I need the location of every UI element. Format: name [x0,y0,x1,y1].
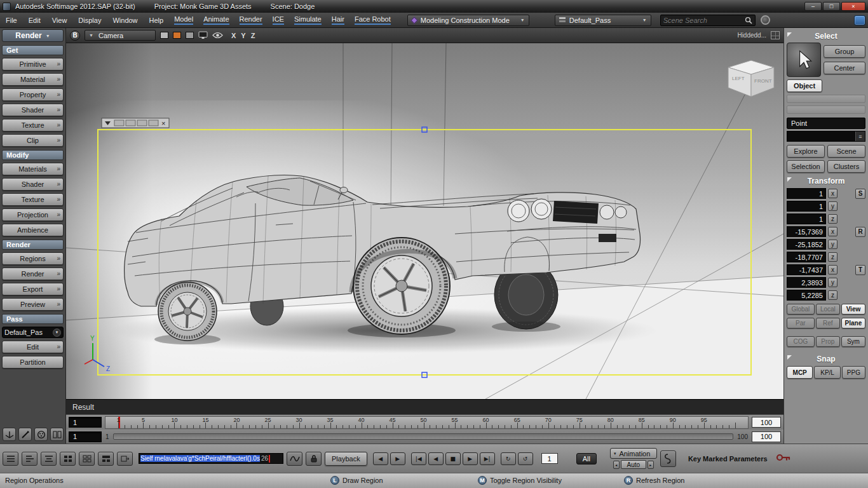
scene-button[interactable]: Scene [827,145,865,158]
rotate-mode-button[interactable]: R [855,227,865,237]
menu-display[interactable]: Display [72,13,107,27]
view-space-button[interactable]: View [841,304,865,315]
partition-button[interactable]: Partition [2,356,64,369]
viewport-3d-canvas[interactable]: × LEFT FRONT Y Z [66,43,783,399]
modify-texture-button[interactable]: Texture» [2,193,64,206]
scale-x-axis-button[interactable]: x [828,189,837,198]
selection-button[interactable]: Selection [787,160,825,173]
par-ref-button[interactable]: Par [787,318,815,329]
range-slider[interactable] [113,433,734,440]
export-frame-icon[interactable] [117,452,133,466]
modify-materials-button[interactable]: Materials» [2,163,64,175]
repeat-button[interactable]: ↺ [518,452,533,465]
region-option-2[interactable] [126,120,135,126]
layout-switcher-icon[interactable] [854,15,865,25]
range-frame-field[interactable]: 1 [69,431,102,442]
scene-search-input[interactable] [663,17,745,24]
render-button[interactable]: Render» [2,268,64,280]
grid-view-icon[interactable] [60,452,76,466]
projection-button[interactable]: Projection» [2,208,64,221]
highlight-color-swatch[interactable] [173,32,181,39]
scale-x-field[interactable]: 1 [787,188,826,199]
clusters-button[interactable]: Clusters [827,160,865,173]
center-button[interactable]: Center [824,62,865,74]
current-frame-field[interactable]: 1 [69,417,102,428]
auto-right-icon[interactable]: ▸ [648,461,654,469]
rotate-x-axis-button[interactable]: x [828,227,837,236]
dopesheet-icon[interactable] [41,452,57,466]
region-mini-toolbar[interactable]: × [102,118,169,128]
filter-icon[interactable]: ≡ [855,132,865,141]
preview-button[interactable]: Preview» [2,298,64,311]
scale-y-field[interactable]: 1 [787,201,826,212]
tab-mcp[interactable]: MCP [787,366,813,379]
rotate-y-field[interactable]: -25,1852 [787,239,826,250]
fcurve-icon[interactable] [287,452,302,466]
spring-icon[interactable] [660,451,676,467]
clip-button[interactable]: Clip» [2,134,64,147]
translate-mode-button[interactable]: T [855,265,865,275]
texture-button[interactable]: Texture» [2,119,64,132]
pencil-icon[interactable] [18,428,32,441]
region-option-4[interactable] [149,120,158,126]
playback-menu-button[interactable]: Playback [325,452,367,466]
play-backwards-button[interactable]: ◀ [428,452,444,465]
stop-button[interactable]: ■ [445,452,461,465]
scale-y-axis-button[interactable]: y [828,201,837,211]
tab-kpl[interactable]: KP/L [814,366,840,379]
script-edit-field[interactable]: Sielf rnelavalava'g*SchPeiral/hfflacterl… [139,453,283,464]
translate-z-field[interactable]: 5,2285 [787,290,826,301]
previous-frame-button[interactable]: ◀ [373,452,388,465]
shaded-color-swatch[interactable] [186,32,194,39]
sym-button[interactable]: Sym [841,336,865,347]
timeline-ruler[interactable]: 15101520253035404550556065707580859095 [105,416,749,429]
play-button[interactable]: ▶ [463,452,478,465]
menu-animate[interactable]: Animate [198,13,234,27]
point-filter-bar[interactable]: Point [787,118,865,129]
region-option-3[interactable] [137,120,147,126]
ref-button[interactable]: Ref [816,318,840,329]
display-icon[interactable] [198,31,208,39]
edit-button[interactable]: Edit» [2,341,64,353]
translate-y-axis-button[interactable]: y [828,278,837,287]
regions-button[interactable]: Regions» [2,252,64,265]
layout-grid-icon[interactable] [98,452,114,466]
track-view-icon[interactable] [22,452,37,466]
menu-simulate[interactable]: Simulate [289,13,327,27]
grid-view-alt-icon[interactable] [79,452,95,466]
viewport-letter-button[interactable]: B [70,30,80,41]
auto-left-icon[interactable]: ◂ [613,461,620,469]
local-space-button[interactable]: Local [816,304,840,315]
pass-dropdown[interactable]: Default_Pas ▼ [2,327,64,338]
wireframe-color-swatch[interactable] [160,32,168,39]
shader-button[interactable]: Shader» [2,104,64,116]
region-close-icon[interactable]: × [161,119,165,127]
plane-button[interactable]: Plane [841,318,865,329]
view-cube-front-label[interactable]: FRONT [754,78,772,84]
viewport-layout-icon[interactable] [771,31,780,39]
menu-window[interactable]: Window [107,13,143,27]
list-view-icon[interactable] [3,452,18,466]
rotate-x-field[interactable]: -15,7369 [787,226,826,237]
scale-z-field[interactable]: 1 [787,214,826,224]
prop-button[interactable]: Prop [816,336,840,347]
translate-x-axis-button[interactable]: x [828,265,837,274]
cog-button[interactable]: COG [787,336,815,347]
palette-icon[interactable] [34,428,48,441]
rotate-y-axis-button[interactable]: y [828,240,837,249]
menu-model[interactable]: Model [169,13,198,27]
object-filter-button[interactable]: Object [787,79,822,92]
eye-icon[interactable] [212,32,223,39]
region-option-1[interactable] [114,120,124,126]
selection-text-field[interactable]: ≡ [787,131,865,142]
group-button[interactable]: Group [824,45,865,58]
menu-render[interactable]: Render [234,13,268,27]
all-button[interactable]: All [576,453,597,464]
axis-x-toggle[interactable]: X [231,32,236,39]
pass-selector-dropdown[interactable]: Default_Pass ▼ [555,15,651,26]
translate-z-axis-button[interactable]: z [828,290,837,300]
material-button[interactable]: Material» [2,73,64,86]
primitive-button[interactable]: Primitive» [2,58,64,71]
menu-file[interactable]: File [0,13,23,27]
menu-ice[interactable]: ICE [268,13,289,27]
